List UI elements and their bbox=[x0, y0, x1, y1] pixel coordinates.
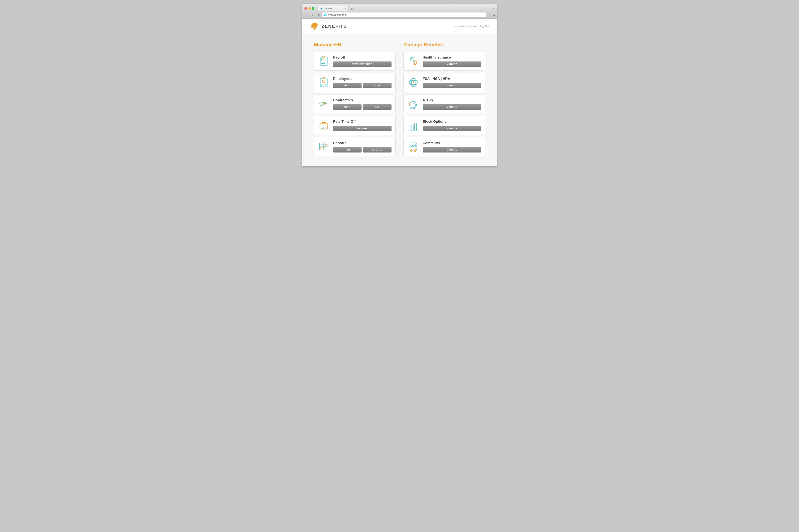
content-columns: Manage HR $ bbox=[314, 42, 485, 158]
manage-pto-button[interactable]: MANAGE bbox=[333, 126, 392, 131]
browser-toolbar: ‹ › ↻ 🌐 www.zenefits.com ☆ ≡ bbox=[302, 11, 497, 19]
manage-stock-button[interactable]: MANAGE bbox=[423, 126, 481, 131]
refresh-button[interactable]: ↻ bbox=[316, 13, 321, 17]
payroll-title: Payroll bbox=[333, 55, 392, 59]
run-report-button[interactable]: RUN bbox=[333, 147, 362, 152]
401k-icon bbox=[407, 98, 419, 110]
svg-point-50 bbox=[414, 150, 416, 152]
expand-icon[interactable]: ⤢ bbox=[492, 7, 494, 10]
401k-title: 401(k) bbox=[423, 98, 481, 102]
fsa-title: FSA | HSA | HRA bbox=[423, 77, 481, 81]
health-insurance-card-body: Health Insurance MANAGE bbox=[423, 55, 481, 67]
back-button[interactable]: ‹ bbox=[304, 13, 309, 17]
manage-health-button[interactable]: MANAGE bbox=[423, 61, 481, 67]
svg-rect-41 bbox=[409, 127, 411, 130]
page-content: ZENEFITS demo@example.com · Log Out Mana… bbox=[302, 19, 497, 166]
address-bar[interactable]: 🌐 www.zenefits.com bbox=[322, 12, 486, 17]
maximize-button[interactable] bbox=[312, 7, 314, 10]
pay-contractor-button[interactable]: PAY bbox=[363, 104, 392, 110]
employees-icon bbox=[318, 77, 330, 88]
hire-contractor-button[interactable]: HIRE bbox=[333, 104, 362, 110]
contractors-actions: HIRE PAY bbox=[333, 104, 392, 110]
browser-window: 🐦 Zenefits ✕ ⊕ ⤢ ‹ › ↻ 🌐 www.zenefits.co… bbox=[302, 4, 497, 166]
minimize-button[interactable] bbox=[308, 7, 311, 10]
commuter-card-body: Commuter MANAGE bbox=[423, 141, 481, 152]
tab-title: Zenefits bbox=[324, 7, 332, 10]
payroll-card: $ Payroll VIEW PAYSTUBS bbox=[314, 52, 396, 71]
employees-title: Employees bbox=[333, 77, 392, 81]
new-tab-button[interactable]: ⊕ bbox=[349, 6, 355, 11]
commuter-icon bbox=[407, 141, 419, 152]
logout-link[interactable]: Log Out bbox=[480, 25, 489, 27]
contractors-card: Contractors HIRE PAY bbox=[314, 94, 396, 113]
hire-employee-button[interactable]: HIRE bbox=[333, 83, 362, 88]
svg-rect-15 bbox=[323, 127, 325, 128]
svg-line-38 bbox=[412, 108, 412, 109]
stock-options-title: Stock Options bbox=[423, 120, 481, 124]
tab-bar: 🐦 Zenefits ✕ ⊕ bbox=[317, 6, 491, 11]
stock-options-icon bbox=[407, 119, 419, 131]
bookmark-icon[interactable]: ☆ bbox=[488, 13, 491, 16]
traffic-lights bbox=[305, 7, 314, 10]
separator: · bbox=[478, 25, 479, 27]
401k-actions: MANAGE bbox=[423, 104, 481, 110]
pto-actions: MANAGE bbox=[333, 126, 392, 131]
401k-card-body: 401(k) MANAGE bbox=[423, 98, 481, 110]
hr-section-title: Manage HR bbox=[314, 42, 396, 48]
pto-card-body: Paid Time Off MANAGE bbox=[333, 120, 392, 131]
commuter-actions: MANAGE bbox=[423, 147, 481, 152]
employees-actions: HIRE VIEW bbox=[333, 83, 392, 88]
pto-title: Paid Time Off bbox=[333, 120, 392, 124]
close-button[interactable] bbox=[305, 7, 307, 10]
menu-icon[interactable]: ≡ bbox=[493, 13, 495, 17]
svg-point-8 bbox=[322, 80, 325, 83]
contractors-icon bbox=[318, 98, 330, 110]
reports-card: Reports RUN CUSTOM bbox=[314, 137, 396, 156]
forward-button[interactable]: › bbox=[310, 13, 315, 17]
fsa-icon: $ bbox=[407, 77, 419, 88]
manage-fsa-button[interactable]: MANAGE bbox=[423, 83, 481, 88]
fsa-card: $ FSA | HSA | HRA MANAGE bbox=[403, 73, 485, 92]
svg-rect-42 bbox=[412, 125, 414, 130]
reports-title: Reports bbox=[333, 141, 392, 145]
svg-point-33 bbox=[416, 105, 416, 105]
site-header: ZENEFITS demo@example.com · Log Out bbox=[302, 19, 497, 34]
health-insurance-icon: $ bbox=[407, 55, 419, 67]
stock-options-actions: MANAGE bbox=[423, 126, 481, 131]
svg-point-20 bbox=[410, 57, 414, 61]
payroll-card-body: Payroll VIEW PAYSTUBS bbox=[333, 55, 392, 67]
fsa-actions: MANAGE bbox=[423, 83, 481, 88]
payroll-actions: VIEW PAYSTUBS bbox=[333, 61, 392, 67]
custom-report-button[interactable]: CUSTOM bbox=[363, 147, 392, 152]
logo-text: ZENEFITS bbox=[322, 24, 347, 29]
svg-rect-47 bbox=[414, 144, 416, 146]
benefits-section-title: Manage Benefits bbox=[403, 42, 485, 48]
stock-options-card: Stock Options MANAGE bbox=[403, 116, 485, 135]
logo-area: ZENEFITS bbox=[310, 22, 347, 31]
security-icon: 🌐 bbox=[324, 14, 327, 16]
svg-text:$: $ bbox=[323, 58, 325, 61]
manage-commuter-button[interactable]: MANAGE bbox=[423, 147, 481, 152]
commuter-title: Commuter bbox=[423, 141, 481, 145]
benefits-column: Manage Benefits $ bbox=[403, 42, 485, 158]
user-area: demo@example.com · Log Out bbox=[454, 25, 489, 27]
tab-close-icon[interactable]: ✕ bbox=[344, 7, 346, 10]
employees-card-body: Employees HIRE VIEW bbox=[333, 77, 392, 88]
pto-icon bbox=[318, 119, 330, 131]
svg-point-35 bbox=[413, 103, 414, 104]
health-insurance-actions: MANAGE bbox=[423, 61, 481, 67]
main-content: Manage HR $ bbox=[302, 34, 497, 166]
svg-line-37 bbox=[411, 107, 411, 109]
reports-icon bbox=[318, 141, 330, 152]
contractors-card-body: Contractors HIRE PAY bbox=[333, 98, 392, 110]
manage-401k-button[interactable]: MANAGE bbox=[423, 104, 481, 110]
commuter-card: Commuter MANAGE bbox=[403, 137, 485, 156]
fsa-card-body: FSA | HSA | HRA MANAGE bbox=[423, 77, 481, 88]
view-paystubs-button[interactable]: VIEW PAYSTUBS bbox=[333, 61, 392, 67]
svg-point-21 bbox=[411, 58, 413, 60]
active-tab[interactable]: 🐦 Zenefits ✕ bbox=[317, 6, 349, 11]
user-email: demo@example.com bbox=[454, 25, 478, 27]
stock-options-card-body: Stock Options MANAGE bbox=[423, 120, 481, 131]
svg-rect-43 bbox=[415, 123, 416, 130]
view-employees-button[interactable]: VIEW bbox=[363, 83, 392, 88]
